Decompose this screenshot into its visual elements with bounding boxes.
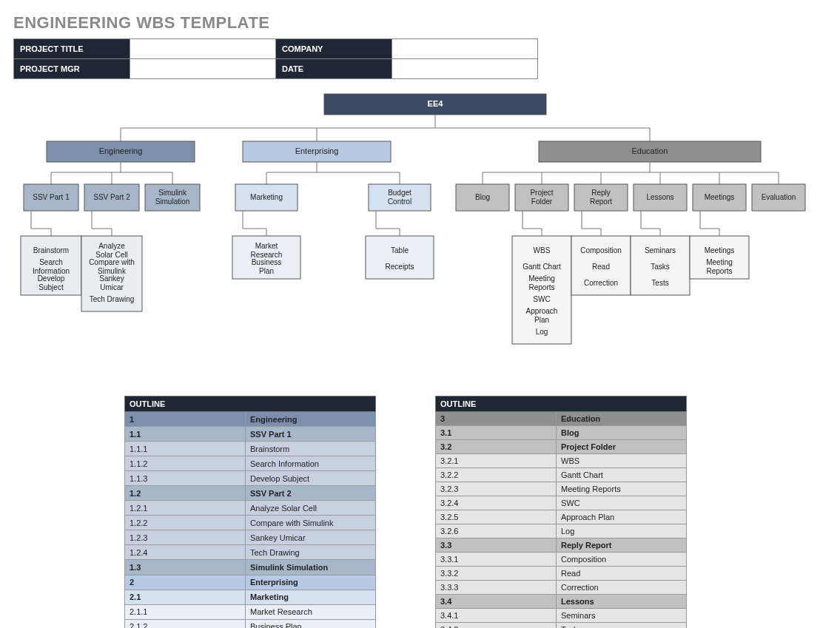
svg-text:Reports: Reports	[706, 267, 732, 275]
outline-row: 3.3.1Composition	[436, 553, 687, 567]
outline-row: 3.2.3Meeting Reports	[436, 482, 687, 496]
outline-row: 1.2.3Sankey Umicar	[125, 530, 376, 545]
svg-text:Subject: Subject	[38, 283, 64, 291]
svg-text:Tasks: Tasks	[651, 263, 670, 271]
outline-row: 1.2SSV Part 2	[125, 486, 376, 501]
svg-rect-63	[366, 236, 434, 279]
svg-text:Control: Control	[388, 197, 411, 206]
svg-text:Project: Project	[530, 189, 553, 197]
meta-val-company[interactable]	[392, 39, 538, 59]
meta-key-project-title: PROJECT TITLE	[14, 39, 130, 59]
svg-text:Evaluation: Evaluation	[762, 193, 796, 201]
svg-text:Reports: Reports	[528, 283, 554, 291]
outline-row: 1.2.4Tech Drawing	[125, 545, 376, 560]
outline-row: 3Education	[436, 412, 687, 426]
meta-val-date[interactable]	[392, 59, 538, 79]
svg-text:Umicar: Umicar	[100, 283, 124, 291]
outline-row: 1.1SSV Part 1	[125, 427, 376, 442]
svg-text:SSV Part 2: SSV Part 2	[93, 193, 130, 201]
svg-text:Meeting: Meeting	[706, 258, 733, 266]
outline-row: 3.4Lessons	[436, 595, 687, 609]
svg-text:Seminars: Seminars	[645, 246, 676, 254]
outline-row: 3.2.1WBS	[436, 454, 687, 468]
outline-row: 3.2.2Gantt Chart	[436, 468, 687, 482]
svg-text:Business: Business	[252, 258, 282, 266]
svg-text:Report: Report	[590, 197, 612, 206]
svg-text:Plan: Plan	[534, 316, 549, 324]
svg-text:Plan: Plan	[259, 267, 274, 275]
meta-key-date: DATE	[276, 59, 392, 79]
svg-text:Market: Market	[255, 242, 278, 250]
svg-text:Log: Log	[536, 328, 548, 336]
outline-row: 1.1.3Develop Subject	[125, 471, 376, 486]
outline-row: 3.3.3Correction	[436, 581, 687, 595]
outline-row: 3.2.5Approach Plan	[436, 510, 687, 524]
svg-text:Meetings: Meetings	[705, 246, 735, 254]
svg-text:Analyze: Analyze	[98, 242, 125, 250]
svg-text:Budget: Budget	[388, 189, 411, 197]
outline-row: 3.3Reply Report	[436, 538, 687, 553]
svg-text:Table: Table	[391, 246, 409, 254]
svg-text:Reply: Reply	[591, 189, 611, 197]
svg-text:Enterprising: Enterprising	[295, 146, 339, 155]
outline-table-right: OUTLINE 3Education3.1Blog3.2Project Fold…	[435, 396, 687, 628]
svg-text:Develop: Develop	[38, 274, 65, 283]
meta-val-project-title[interactable]	[130, 39, 276, 59]
outline-table-left: OUTLINE 1Engineering1.1SSV Part 11.1.1Br…	[124, 396, 376, 628]
meta-key-company: COMPANY	[276, 39, 392, 59]
wbs-diagram: EE4EngineeringSSV Part 1BrainstormSearch…	[13, 90, 827, 378]
outline-row: 1.1.1Brainstorm	[125, 442, 376, 456]
svg-text:SSV Part 1: SSV Part 1	[33, 193, 70, 201]
outline-row: 3.4.1Seminars	[436, 609, 687, 623]
svg-text:Lessons: Lessons	[646, 193, 673, 201]
outline-row: 3.3.2Read	[436, 567, 687, 581]
outline-row: 3.2Project Folder	[436, 440, 687, 454]
outline-row: 2.1.2Business Plan	[125, 619, 376, 628]
outline-header: OUTLINE	[436, 396, 687, 412]
outline-row: 2.1Marketing	[125, 590, 376, 604]
outline-header: OUTLINE	[125, 396, 376, 412]
outline-row: 1.3Simulink Simulation	[125, 560, 376, 575]
svg-text:Sankey: Sankey	[99, 274, 124, 283]
svg-text:Search: Search	[39, 258, 63, 266]
svg-text:Engineering: Engineering	[99, 146, 143, 155]
outline-row: 2.1.1Market Research	[125, 604, 376, 619]
svg-text:EE4: EE4	[428, 99, 444, 108]
outline-row: 1.2.1Analyze Solar Cell	[125, 501, 376, 516]
svg-text:Gantt Chart: Gantt Chart	[523, 263, 561, 271]
svg-text:Brainstorm: Brainstorm	[33, 246, 69, 254]
svg-text:Composition: Composition	[580, 246, 622, 254]
svg-text:Simulation: Simulation	[155, 197, 190, 206]
svg-text:Read: Read	[592, 263, 610, 271]
outline-row: 3.4.2Tasks	[436, 623, 687, 629]
svg-text:Simulink: Simulink	[158, 189, 187, 197]
svg-text:Compare with: Compare with	[89, 258, 135, 266]
outline-row: 1.2.2Compare with Simulink	[125, 516, 376, 530]
outline-row: 2Enterprising	[125, 575, 376, 590]
outline-row: 3.2.6Log	[436, 524, 687, 538]
svg-text:Correction: Correction	[584, 279, 618, 287]
svg-text:Meeting: Meeting	[528, 274, 555, 283]
outline-row: 3.1Blog	[436, 426, 687, 440]
project-meta-table: PROJECT TITLE COMPANY PROJECT MGR DATE	[13, 38, 538, 79]
outline-row: 1Engineering	[125, 412, 376, 427]
svg-text:Tests: Tests	[651, 279, 668, 287]
meta-val-project-mgr[interactable]	[130, 59, 276, 79]
svg-text:Tech Drawing: Tech Drawing	[90, 295, 135, 303]
svg-text:Folder: Folder	[531, 197, 553, 206]
svg-text:Education: Education	[632, 146, 668, 155]
svg-text:Marketing: Marketing	[250, 193, 283, 201]
outline-row: 1.1.2Search Information	[125, 456, 376, 471]
page-title: ENGINEERING WBS TEMPLATE	[13, 13, 827, 33]
svg-text:SWC: SWC	[533, 295, 550, 303]
meta-key-project-mgr: PROJECT MGR	[14, 59, 130, 79]
svg-text:Receipts: Receipts	[386, 263, 414, 271]
svg-text:Approach: Approach	[526, 307, 558, 315]
svg-text:WBS: WBS	[534, 246, 551, 254]
svg-text:Blog: Blog	[475, 193, 490, 201]
svg-text:Meetings: Meetings	[705, 193, 735, 201]
outline-row: 3.2.4SWC	[436, 496, 687, 510]
